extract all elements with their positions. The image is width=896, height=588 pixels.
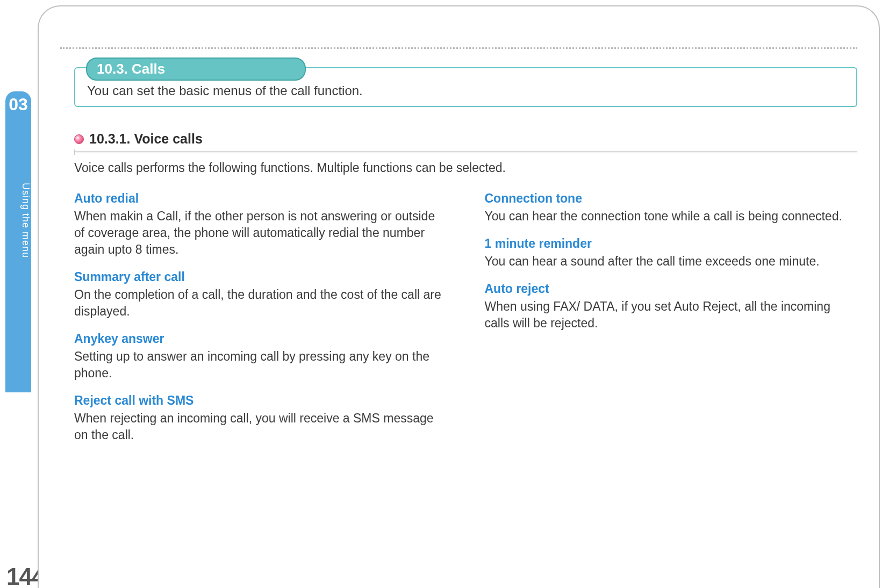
- page-frame: 10.3. Calls You can set the basic menus …: [38, 5, 880, 588]
- feature-title: Connection tone: [485, 191, 858, 206]
- feature-title: Auto redial: [74, 191, 447, 206]
- bullet-icon: [74, 134, 84, 144]
- feature-column-left: Auto redial When makin a Call, if the ot…: [74, 191, 447, 455]
- subsection-intro: Voice calls performs the following funct…: [74, 161, 857, 175]
- chapter-tab: 03 Using the menu: [5, 91, 31, 392]
- feature-item: Auto redial When makin a Call, if the ot…: [74, 191, 447, 258]
- subsection-header: 10.3.1. Voice calls: [74, 131, 857, 151]
- feature-column-right: Connection tone You can hear the connect…: [485, 191, 858, 455]
- chapter-number: 03: [5, 95, 31, 114]
- feature-title: 1 minute reminder: [485, 236, 858, 251]
- chapter-number-text: 03: [9, 95, 28, 114]
- feature-title: Summary after call: [74, 270, 447, 284]
- feature-title: Auto reject: [485, 282, 858, 296]
- section-rule: [74, 151, 857, 153]
- feature-columns: Auto redial When makin a Call, if the ot…: [74, 191, 857, 455]
- feature-desc: When makin a Call, if the other person i…: [74, 208, 447, 258]
- feature-item: Summary after call On the completion of …: [74, 270, 447, 320]
- dotted-divider: [60, 47, 857, 49]
- feature-desc: When rejecting an incoming call, you wil…: [74, 410, 447, 443]
- feature-item: Auto reject When using FAX/ DATA, if you…: [485, 282, 858, 332]
- feature-desc: You can hear a sound after the call time…: [485, 253, 858, 270]
- callout-title: 10.3. Calls: [86, 58, 306, 81]
- subsection-title: 10.3.1. Voice calls: [89, 131, 203, 147]
- feature-item: Connection tone You can hear the connect…: [485, 191, 858, 225]
- feature-title: Anykey answer: [74, 332, 447, 346]
- feature-desc: You can hear the connection tone while a…: [485, 208, 858, 225]
- feature-title: Reject call with SMS: [74, 393, 447, 408]
- section-callout: 10.3. Calls You can set the basic menus …: [74, 67, 857, 107]
- feature-item: Reject call with SMS When rejecting an i…: [74, 393, 447, 443]
- chapter-label: Using the menu: [5, 183, 31, 258]
- feature-item: Anykey answer Setting up to answer an in…: [74, 332, 447, 382]
- feature-desc: Setting up to answer an incoming call by…: [74, 348, 447, 382]
- feature-desc: On the completion of a call, the duratio…: [74, 286, 447, 320]
- subsection: 10.3.1. Voice calls Voice calls performs…: [74, 131, 857, 455]
- feature-desc: When using FAX/ DATA, if you set Auto Re…: [485, 298, 858, 332]
- callout-body: You can set the basic menus of the call …: [87, 83, 844, 98]
- feature-item: 1 minute reminder You can hear a sound a…: [485, 236, 858, 270]
